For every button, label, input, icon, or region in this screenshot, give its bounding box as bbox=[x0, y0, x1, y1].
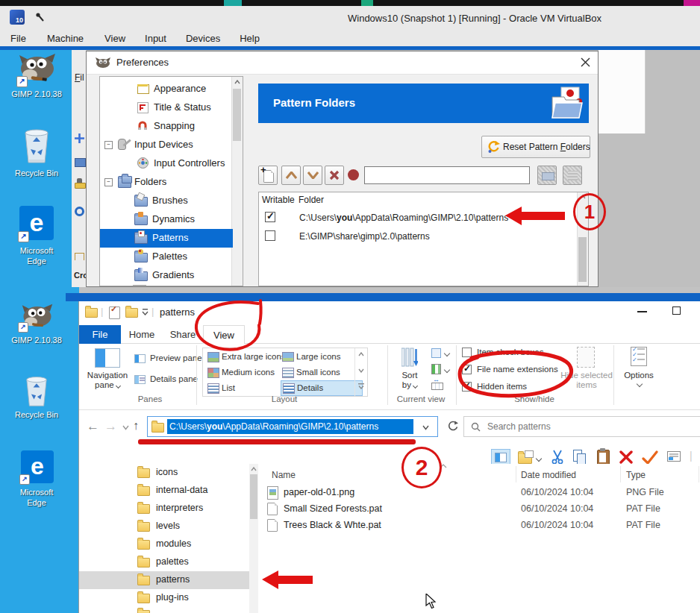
delete-folder-button[interactable] bbox=[325, 166, 344, 185]
desktop-icon-recycle[interactable]: Recycle Bin bbox=[4, 127, 69, 179]
column-name[interactable]: Name bbox=[272, 470, 296, 480]
gallery-down-icon[interactable] bbox=[358, 368, 364, 373]
folder-row-2[interactable]: E:\GIMP\share\gimp\2.0\patterns bbox=[259, 227, 578, 246]
sort-by-button[interactable]: Sort by bbox=[393, 347, 427, 399]
tree-item-title-status[interactable]: Title & Status bbox=[100, 98, 233, 117]
writable-checkbox-checked[interactable]: ✓ bbox=[265, 212, 275, 222]
sidebar-item-icons[interactable]: icons bbox=[79, 464, 249, 482]
tree-item-snapping[interactable]: Snapping bbox=[100, 117, 233, 136]
column-resizer[interactable] bbox=[699, 466, 699, 482]
close-icon[interactable] bbox=[581, 57, 590, 67]
tree-item-gradients[interactable]: Gradients bbox=[100, 266, 233, 285]
address-dropdown-chevron-icon[interactable] bbox=[422, 425, 429, 430]
layout-details-selected[interactable]: Details bbox=[281, 380, 363, 396]
pin-icon[interactable] bbox=[34, 12, 45, 22]
explorer-titlebar[interactable]: | ✓ | patterns bbox=[79, 301, 700, 324]
tree-item-patterns-selected[interactable]: Patterns bbox=[100, 229, 233, 248]
up-button[interactable]: ↑ bbox=[133, 419, 139, 433]
move-down-button[interactable] bbox=[303, 166, 322, 185]
scroll-up-icon[interactable] bbox=[234, 80, 240, 84]
desktop-icon-gimp[interactable]: ↗ GIMP 2.10.38 bbox=[4, 52, 69, 100]
tree-item-dynamics[interactable]: Dynamics bbox=[100, 210, 233, 229]
qat-customize-chevron-icon[interactable] bbox=[142, 309, 149, 315]
sidebar-item-interpreters[interactable]: interpreters bbox=[79, 500, 249, 518]
cut-scissors-icon[interactable] bbox=[551, 450, 564, 465]
tree-expander-icon[interactable]: − bbox=[104, 178, 113, 186]
sidebar-item-modules[interactable]: modules bbox=[79, 535, 249, 553]
desktop-icon-recycle-2[interactable]: Recycle Bin bbox=[4, 374, 69, 422]
sidebar-item-levels[interactable]: levels bbox=[79, 518, 249, 535]
add-folder-button[interactable]: + bbox=[258, 166, 278, 185]
column-type[interactable]: Type bbox=[626, 470, 646, 480]
delete-icon[interactable] bbox=[619, 450, 633, 464]
address-selection[interactable]: C:\Users\you\AppData\Roaming\GIMP\2.10\p… bbox=[167, 419, 413, 434]
size-columns-button[interactable]: ↔ bbox=[431, 380, 451, 392]
sidebar-item-palettes[interactable]: palettes bbox=[79, 553, 249, 571]
column-resizer[interactable] bbox=[620, 466, 621, 482]
move-up-button[interactable] bbox=[281, 166, 301, 185]
scroll-up-icon[interactable] bbox=[251, 467, 257, 471]
file-row-2[interactable]: Small Sized Forests.pat 06/10/2024 10:04… bbox=[258, 501, 700, 518]
menu-machine[interactable]: Machine bbox=[47, 33, 84, 44]
list-scroll-thumb[interactable] bbox=[578, 237, 587, 282]
layout-small-icons[interactable]: Small icons bbox=[282, 365, 363, 380]
minimize-button[interactable] bbox=[637, 311, 647, 312]
address-bar[interactable]: C:\Users\you\AppData\Roaming\GIMP\2.10\p… bbox=[147, 416, 438, 437]
file-row-1[interactable]: paper-old-01.png 06/10/2024 10:04 PNG Fi… bbox=[258, 485, 700, 501]
back-button[interactable]: ← bbox=[87, 419, 99, 434]
layout-large-icons[interactable]: Large icons bbox=[282, 350, 363, 365]
file-row-3[interactable]: Trees Black & Whte.pat 06/10/2024 10:04 … bbox=[258, 518, 700, 534]
recent-locations-chevron-icon[interactable] bbox=[122, 425, 129, 430]
layout-medium-icons[interactable]: Medium icons bbox=[207, 365, 278, 380]
menu-devices[interactable]: Devices bbox=[186, 33, 220, 44]
writable-checkbox-unchecked[interactable] bbox=[265, 230, 275, 241]
preferences-titlebar[interactable]: Preferences bbox=[87, 51, 598, 75]
column-date-modified[interactable]: Date modified bbox=[521, 470, 576, 480]
tree-item-appearance[interactable]: Appearance bbox=[100, 80, 233, 98]
tree-item-folders[interactable]: − Folders bbox=[100, 173, 233, 192]
search-box[interactable]: Search patterns bbox=[463, 416, 700, 437]
show-file-chooser-button[interactable] bbox=[563, 166, 582, 185]
menu-input[interactable]: Input bbox=[145, 33, 166, 44]
desktop-icon-edge-2[interactable]: e ↗ Microsoft Edge bbox=[4, 450, 69, 513]
menu-view[interactable]: View bbox=[104, 33, 125, 44]
qat-newfolder-icon[interactable] bbox=[125, 308, 138, 318]
reset-pattern-folders-button[interactable]: Reset Pattern Folders bbox=[481, 136, 590, 158]
tree-item-input-controllers[interactable]: Input Controllers bbox=[100, 154, 233, 173]
menu-help[interactable]: Help bbox=[240, 33, 260, 44]
gallery-up-icon[interactable] bbox=[358, 352, 364, 356]
gallery-more-icon[interactable] bbox=[358, 383, 364, 390]
tree-expander-icon[interactable]: − bbox=[104, 141, 113, 149]
add-columns-button[interactable] bbox=[431, 364, 451, 376]
gimp-tool-circle-icon[interactable] bbox=[75, 207, 84, 216]
gimp-tool-clone-icon[interactable] bbox=[75, 183, 86, 189]
tree-item-input-devices[interactable]: − Input Devices bbox=[100, 136, 233, 154]
sidebar-scroll-thumb[interactable] bbox=[250, 474, 257, 519]
sidebar-item-internal-data[interactable]: internal-data bbox=[79, 482, 249, 500]
tree-scroll-thumb[interactable] bbox=[233, 89, 241, 141]
column-resizer[interactable] bbox=[516, 466, 516, 482]
forward-button[interactable]: → bbox=[104, 419, 117, 434]
gimp-file-menu-fragment[interactable]: Fil bbox=[75, 72, 84, 83]
refresh-icon[interactable] bbox=[447, 421, 458, 432]
tab-home[interactable]: Home bbox=[121, 325, 163, 344]
options-button[interactable]: ✓ ✓ ✓ Options bbox=[618, 347, 660, 399]
navigation-pane-button[interactable]: Navigation pane bbox=[85, 347, 130, 399]
sidebar-item-plug-ins[interactable]: plug-ins bbox=[79, 589, 249, 607]
group-by-button[interactable] bbox=[431, 348, 451, 360]
gimp-tool-move-icon[interactable] bbox=[75, 133, 84, 143]
layout-list[interactable]: List bbox=[207, 381, 278, 396]
tab-file[interactable]: File bbox=[79, 325, 121, 344]
tree-item-brushes[interactable]: Brushes bbox=[100, 192, 233, 210]
gimp-tool-easel-icon[interactable] bbox=[75, 253, 84, 260]
tree-scrollbar[interactable] bbox=[231, 77, 243, 286]
desktop-icon-gimp-2[interactable]: ↗ GIMP 2.10.38 bbox=[4, 303, 69, 348]
tree-item-palettes[interactable]: Palettes bbox=[100, 248, 233, 266]
qat-properties-icon[interactable]: ✓ bbox=[109, 306, 120, 319]
sidebar-item-patterns-selected[interactable]: patterns bbox=[79, 571, 249, 589]
menu-file[interactable]: File bbox=[10, 33, 26, 44]
rename-check-icon[interactable] bbox=[642, 450, 658, 464]
gimp-tool-select-icon[interactable] bbox=[75, 158, 86, 167]
folder-path-input[interactable] bbox=[364, 166, 530, 184]
desktop-icon-edge[interactable]: e ↗ Microsoft Edge bbox=[4, 206, 69, 282]
